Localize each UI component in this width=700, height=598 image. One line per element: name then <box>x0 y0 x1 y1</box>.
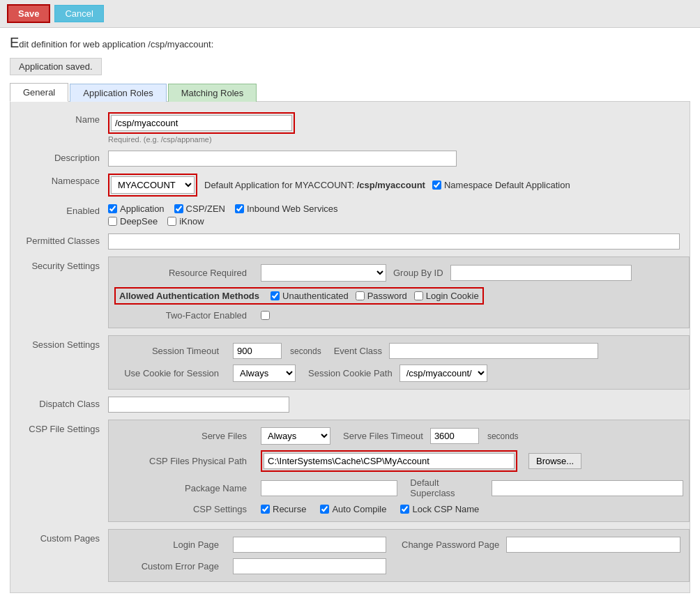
serve-timeout-unit: seconds <box>487 431 519 441</box>
recurse-checkbox[interactable] <box>261 505 270 514</box>
login-page-input[interactable] <box>233 537 386 553</box>
enabled-checkbox-group1: Application CSP/ZEN Inbound Web Services <box>108 204 690 214</box>
custom-error-row: Custom Error Page <box>114 555 683 577</box>
serve-files-row: Serve Files Always Serve Files Timeout s… <box>114 424 683 447</box>
dispatch-input[interactable] <box>108 397 289 413</box>
custom-error-label: Custom Error Page <box>114 561 226 572</box>
auth-unauthenticated-text: Unauthenticated <box>282 291 349 301</box>
session-timeout-label: Session Timeout <box>114 346 226 356</box>
event-class-input[interactable] <box>389 343 598 359</box>
package-name-input[interactable] <box>261 480 397 496</box>
auth-methods-row: Allowed Authentication Methods Unauthent… <box>114 284 683 307</box>
cookie-path-select[interactable]: /csp/myaccount/ <box>400 365 487 382</box>
saved-message-text: Application saved. <box>10 58 102 75</box>
lock-name-checkbox[interactable] <box>400 505 409 514</box>
namespace-select[interactable]: MYACCOUNT <box>111 176 195 194</box>
deepsee-checkbox[interactable] <box>108 217 117 226</box>
custom-error-input[interactable] <box>233 558 386 574</box>
tab-application-roles[interactable]: Application Roles <box>70 84 166 102</box>
cspzen-label-text: CSP/ZEN <box>186 204 225 214</box>
session-timeout-row: Session Timeout seconds Event Class <box>114 340 683 362</box>
auto-compile-text: Auto Compile <box>332 504 386 514</box>
session-inner: Session Timeout seconds Event Class Use … <box>108 335 690 390</box>
saved-message: Application saved. <box>10 58 690 82</box>
csp-path-input[interactable] <box>264 453 515 469</box>
group-by-id-input[interactable] <box>450 265 632 281</box>
auth-password-checkbox[interactable] <box>356 291 365 300</box>
auth-login-cookie-label[interactable]: Login Cookie <box>414 291 479 301</box>
custom-pages-label: Custom Pages <box>10 529 108 544</box>
use-cookie-row: Use Cookie for Session Always Session Co… <box>114 362 683 385</box>
login-page-label: Login Page <box>114 539 226 550</box>
seconds-unit: seconds <box>290 346 321 356</box>
description-row: Description <box>10 147 690 170</box>
csp-settings-label: CSP File Settings <box>10 420 108 434</box>
cookie-path-label: Session Cookie Path <box>308 368 393 378</box>
namespace-default-info: Default Application for MYACCOUNT: /csp/… <box>204 180 425 190</box>
inbound-checkbox[interactable] <box>235 204 244 213</box>
deepsee-label-text: DeepSee <box>120 216 158 227</box>
serve-timeout-label: Serve Files Timeout <box>343 431 423 441</box>
change-pwd-label: Change Password Page <box>402 539 499 550</box>
cancel-button[interactable]: Cancel <box>54 5 103 22</box>
iknow-checkbox[interactable] <box>167 217 176 226</box>
iknow-checkbox-label[interactable]: iKnow <box>167 216 204 227</box>
browse-button[interactable]: Browse... <box>528 453 581 469</box>
login-page-row: Login Page Change Password Page <box>114 534 683 555</box>
inbound-label-text: Inbound Web Services <box>247 204 338 214</box>
namespace-content: MYACCOUNT Default Application for MYACCO… <box>108 174 690 197</box>
lock-name-text: Lock CSP Name <box>412 504 479 514</box>
application-checkbox-label[interactable]: Application <box>108 204 165 214</box>
security-label: Security Settings <box>10 256 108 271</box>
tab-general[interactable]: General <box>10 83 68 102</box>
resource-select[interactable] <box>261 264 386 282</box>
auth-unauthenticated-label[interactable]: Unauthenticated <box>271 291 349 301</box>
csp-inner: Serve Files Always Serve Files Timeout s… <box>108 420 690 522</box>
session-timeout-input[interactable] <box>233 343 282 359</box>
dispatch-content <box>108 397 690 413</box>
cookie-select[interactable]: Always <box>233 365 296 382</box>
auth-login-cookie-checkbox[interactable] <box>414 291 423 300</box>
recurse-checkbox-label[interactable]: Recurse <box>261 504 306 514</box>
serve-timeout-input[interactable] <box>430 428 479 444</box>
name-label: Name <box>10 112 108 125</box>
namespace-label: Namespace <box>10 174 108 186</box>
name-input[interactable] <box>111 115 292 131</box>
namespace-default-checkbox-label[interactable]: Namespace Default Application <box>432 180 570 190</box>
lock-name-checkbox-label[interactable]: Lock CSP Name <box>400 504 479 514</box>
package-name-label: Package Name <box>114 483 254 493</box>
custom-pages-row: Custom Pages Login Page Change Password … <box>10 526 690 585</box>
event-class-label: Event Class <box>334 346 382 356</box>
change-pwd-input[interactable] <box>506 537 680 553</box>
ns-default-path: /csp/myaccount <box>357 180 425 190</box>
serve-files-select[interactable]: Always <box>261 427 330 445</box>
namespace-default-checkbox[interactable] <box>432 181 441 190</box>
cspzen-checkbox[interactable] <box>174 204 183 213</box>
resource-label: Resource Required <box>114 268 254 278</box>
dispatch-row: Dispatch Class <box>10 393 690 416</box>
auth-unauthenticated-checkbox[interactable] <box>271 291 280 300</box>
application-checkbox[interactable] <box>108 204 117 213</box>
two-factor-checkbox[interactable] <box>261 311 270 320</box>
auth-password-label[interactable]: Password <box>356 291 407 301</box>
auto-compile-checkbox[interactable] <box>320 505 329 514</box>
cspzen-checkbox-label[interactable]: CSP/ZEN <box>174 204 225 214</box>
default-superclass-label: Default Superclass <box>410 477 485 498</box>
csp-path-wrap <box>261 450 517 472</box>
save-button[interactable]: Save <box>7 4 50 23</box>
session-label: Session Settings <box>10 335 108 350</box>
recurse-text: Recurse <box>273 504 306 514</box>
description-input[interactable] <box>108 151 457 167</box>
deepsee-checkbox-label[interactable]: DeepSee <box>108 216 158 227</box>
name-input-wrap <box>108 112 295 134</box>
auth-methods-label: Allowed Authentication Methods <box>119 291 259 301</box>
default-superclass-input[interactable] <box>492 480 683 496</box>
iknow-label-text: iKnow <box>179 216 204 227</box>
two-factor-label: Two-Factor Enabled <box>114 310 254 321</box>
auth-wrap: Allowed Authentication Methods Unauthent… <box>114 287 484 305</box>
auto-compile-checkbox-label[interactable]: Auto Compile <box>320 504 386 514</box>
tab-matching-roles[interactable]: Matching Roles <box>168 84 257 102</box>
inbound-checkbox-label[interactable]: Inbound Web Services <box>235 204 338 214</box>
csp-settings2-label: CSP Settings <box>114 504 254 514</box>
permitted-input[interactable] <box>108 233 680 250</box>
